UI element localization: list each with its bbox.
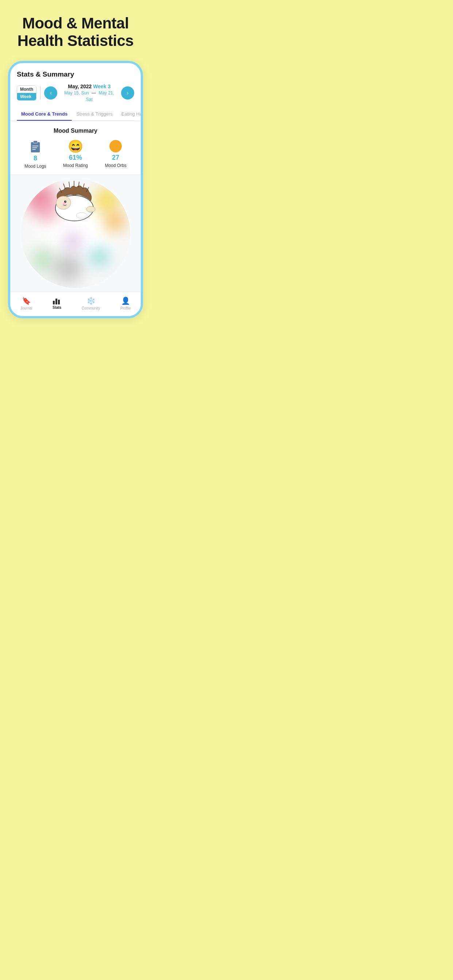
mood-logs-value: 8	[33, 154, 37, 162]
month-toggle[interactable]: Month	[17, 86, 36, 93]
orb-icon	[109, 140, 122, 153]
week-toggle[interactable]: Week	[17, 93, 36, 100]
mood-summary-section: Mood Summary 8 Mood Logs 😄	[10, 121, 141, 175]
hedgehog-character	[43, 181, 102, 224]
month-year: May, 2022 Week 3	[61, 83, 118, 89]
lavender-orb	[65, 233, 81, 250]
date-range: May, 2022 Week 3 May 15, Sun — May 21, S…	[61, 83, 118, 102]
orange-orb	[105, 212, 125, 232]
orb-circle	[21, 179, 130, 288]
bottom-navigation: 🔖 Journal Stats ❄️ Community 👤 Profile	[10, 292, 141, 316]
svg-point-18	[86, 206, 95, 212]
bar3	[58, 300, 60, 304]
divider	[40, 86, 41, 100]
mood-orbs-stat: 27 Mood Orbs	[105, 140, 126, 168]
mood-rating-label: Mood Rating	[63, 163, 88, 168]
bar2	[56, 299, 57, 304]
profile-icon: 👤	[121, 296, 130, 305]
week-label: Week 3	[93, 83, 110, 89]
prev-week-button[interactable]: ‹	[44, 86, 57, 100]
tab-mood-core[interactable]: Mood Core & Trends	[17, 108, 72, 120]
teal-orb	[90, 248, 108, 266]
stats-label: Stats	[53, 305, 61, 310]
phone-shell: Stats & Summary Month Week ‹ May, 2022 W…	[8, 61, 143, 318]
svg-point-17	[76, 213, 87, 218]
profile-label: Profile	[120, 306, 131, 310]
svg-point-14	[64, 200, 66, 203]
mood-orbs-label: Mood Orbs	[105, 163, 126, 168]
bar1	[53, 301, 55, 304]
green-orb	[32, 248, 56, 272]
orb-visualization	[10, 175, 141, 292]
journal-icon: 🔖	[22, 296, 31, 305]
nav-journal[interactable]: 🔖 Journal	[21, 296, 32, 310]
nav-community[interactable]: ❄️ Community	[82, 296, 100, 310]
svg-rect-3	[32, 147, 37, 148]
next-week-button[interactable]: ›	[121, 86, 134, 100]
stats-header: Stats & Summary Month Week ‹ May, 2022 W…	[10, 63, 141, 121]
journal-label: Journal	[21, 306, 32, 310]
nav-profile[interactable]: 👤 Profile	[120, 296, 131, 310]
stats-icon	[53, 297, 61, 304]
date-sub: May 15, Sun — May 21, Sat	[64, 91, 114, 102]
tab-bar: Mood Core & Trends Stress & Triggers Eat…	[17, 108, 134, 121]
summary-stats: 8 Mood Logs 😄 61% Mood Rating 27 Mood Or…	[16, 140, 135, 169]
svg-line-6	[64, 184, 65, 189]
svg-point-16	[63, 202, 65, 205]
svg-rect-2	[32, 145, 38, 146]
mood-rating-stat: 😄 61% Mood Rating	[63, 140, 88, 168]
smiley-icon: 😄	[68, 140, 83, 153]
community-icon: ❄️	[86, 296, 96, 305]
mood-logs-stat: 8 Mood Logs	[24, 140, 46, 169]
community-label: Community	[82, 306, 100, 310]
svg-rect-0	[31, 142, 40, 152]
svg-line-7	[69, 182, 70, 187]
mood-summary-title: Mood Summary	[16, 127, 135, 134]
date-navigation: Month Week ‹ May, 2022 Week 3 May 15, Su…	[17, 83, 134, 102]
clipboard-icon	[30, 140, 41, 153]
svg-point-15	[65, 201, 66, 202]
nav-stats[interactable]: Stats	[53, 297, 61, 310]
mood-logs-label: Mood Logs	[24, 164, 46, 169]
mood-rating-value: 61%	[69, 154, 82, 162]
tab-stress[interactable]: Stress & Triggers	[72, 108, 117, 120]
gray-orb	[54, 253, 83, 283]
svg-rect-1	[33, 140, 37, 143]
tab-eating[interactable]: Eating Habits	[117, 108, 143, 120]
hero-title: Mood & Mental Health Statistics	[0, 0, 151, 61]
page-title: Stats & Summary	[17, 70, 134, 78]
mood-orbs-value: 27	[112, 154, 119, 162]
svg-rect-4	[32, 149, 35, 150]
period-toggle[interactable]: Month Week	[17, 85, 37, 100]
